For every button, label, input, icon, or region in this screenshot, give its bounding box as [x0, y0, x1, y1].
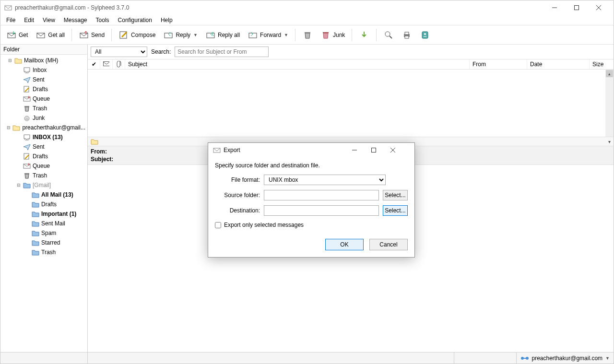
print-button[interactable] [399, 28, 415, 42]
folder-item[interactable]: Junk [0, 113, 87, 123]
scroll-up-icon[interactable]: ▴ [606, 70, 613, 77]
col-subject[interactable]: Subject [125, 59, 470, 69]
col-from[interactable]: From [470, 59, 527, 69]
folder-label: All Mail (13) [41, 191, 73, 198]
folder-label: INBOX (13) [33, 134, 63, 141]
dialog-close-button[interactable] [390, 148, 410, 153]
close-button[interactable] [588, 0, 610, 15]
dialog-minimize-button[interactable] [352, 148, 371, 153]
pathbar-caret-icon[interactable]: ▾ [608, 139, 611, 144]
status-account[interactable]: preacherthakur@gmail.com [532, 355, 603, 362]
reply-all-button[interactable]: Reply all [202, 28, 243, 42]
folder-item[interactable]: All Mail (13) [0, 190, 87, 200]
forward-button[interactable]: Forward▼ [245, 28, 291, 42]
menu-help[interactable]: Help [157, 16, 177, 24]
col-size[interactable]: Size [590, 59, 614, 69]
get-button[interactable]: Get [3, 28, 31, 42]
addressbook-button[interactable] [417, 28, 433, 42]
folder-tree[interactable]: ⊟Mailbox (MH)InboxSentDraftsQueueTrashJu… [0, 55, 87, 352]
next-icon [359, 30, 369, 40]
menu-tools[interactable]: Tools [92, 16, 113, 24]
destination-input[interactable] [264, 205, 379, 216]
folder-item[interactable]: Starred [0, 238, 87, 247]
cancel-button[interactable]: Cancel [369, 239, 408, 250]
dialog-icon [213, 146, 221, 154]
svg-rect-19 [405, 36, 409, 38]
file-format-select[interactable]: UNIX mbox [264, 175, 386, 185]
folder-item[interactable]: Drafts [0, 152, 87, 161]
source-folder-input[interactable] [264, 190, 379, 200]
folder-item[interactable]: Sent Mail [0, 219, 87, 228]
folder-label: Trash [33, 105, 47, 112]
get-all-icon [35, 30, 46, 40]
folder-item[interactable]: Sent [0, 142, 87, 152]
account-caret-icon[interactable]: ▼ [605, 356, 610, 361]
minimize-button[interactable] [543, 0, 566, 15]
svg-rect-31 [104, 62, 110, 66]
menu-file[interactable]: File [2, 16, 19, 24]
export-only-checkbox[interactable] [215, 222, 221, 228]
subject-label: Subject: [91, 155, 113, 163]
window-title: preacherthakur@gmail.com - Sylpheed 3.7.… [15, 4, 543, 11]
online-icon[interactable] [520, 355, 529, 361]
forward-icon [248, 30, 258, 40]
search-label: Search: [151, 48, 171, 55]
from-label: From: [91, 148, 107, 155]
folder-item[interactable]: ⊟[Gmail] [0, 180, 87, 190]
col-date[interactable]: Date [527, 59, 590, 69]
search-button[interactable] [380, 28, 397, 42]
filter-select[interactable]: All [91, 47, 147, 57]
folder-item[interactable]: Drafts [0, 84, 87, 94]
col-mail-icon[interactable] [100, 59, 113, 69]
compose-button[interactable]: Compose [116, 28, 158, 42]
app-icon [4, 4, 12, 12]
junk-button[interactable]: Junk [318, 28, 348, 42]
message-list[interactable]: ▴ [88, 70, 614, 137]
folder-icon [91, 138, 98, 145]
col-attach-icon[interactable] [113, 59, 125, 69]
search-input[interactable] [175, 47, 269, 57]
export-dialog: Export Specify source folder and destina… [208, 142, 415, 258]
send-icon [79, 30, 89, 40]
folder-item[interactable]: Trash [0, 247, 87, 257]
reply-all-icon [205, 30, 216, 40]
folder-label: Queue [33, 163, 50, 169]
get-all-button[interactable]: Get all [33, 28, 68, 42]
destination-select-button[interactable]: Select... [383, 205, 408, 216]
folder-item[interactable]: INBOX (13) [0, 132, 87, 142]
folder-item[interactable]: ⊟preacherthakur@gmail... [0, 123, 87, 132]
dialog-maximize-button[interactable] [371, 148, 390, 153]
folder-item[interactable]: Queue [0, 94, 87, 104]
menu-view[interactable]: View [39, 16, 59, 24]
folder-item[interactable]: Trash [0, 104, 87, 113]
folder-item[interactable]: Drafts [0, 200, 87, 209]
folder-label: Sent Mail [41, 220, 65, 227]
reply-button[interactable]: Reply▼ [160, 28, 201, 42]
folder-item[interactable]: Inbox [0, 65, 87, 75]
folder-item[interactable]: Trash [0, 171, 87, 180]
folder-item[interactable]: Queue [0, 161, 87, 171]
folder-item[interactable]: Sent [0, 75, 87, 84]
sidebar: Folder ⊟Mailbox (MH)InboxSentDraftsQueue… [0, 45, 88, 352]
maximize-button[interactable] [566, 0, 588, 15]
dialog-title: Export [224, 147, 352, 153]
svg-rect-37 [372, 148, 376, 153]
msglist-scrollbar[interactable]: ▴ [605, 70, 614, 137]
send-button[interactable]: Send [76, 28, 107, 42]
menu-edit[interactable]: Edit [20, 16, 38, 24]
folder-label: [Gmail] [33, 182, 51, 188]
folder-label: Spam [41, 230, 56, 236]
ok-button[interactable]: OK [325, 239, 364, 250]
next-unread-button[interactable] [356, 28, 372, 42]
folder-label: preacherthakur@gmail... [22, 124, 85, 131]
dialog-titlebar[interactable]: Export [208, 143, 414, 157]
folder-item[interactable]: Important (1) [0, 209, 87, 219]
delete-button[interactable] [299, 28, 316, 42]
folder-item[interactable]: ⊟Mailbox (MH) [0, 56, 87, 65]
folder-item[interactable]: Spam [0, 228, 87, 238]
source-select-button[interactable]: Select... [383, 190, 408, 200]
menu-configuration[interactable]: Configuration [114, 16, 156, 24]
folder-label: Drafts [33, 153, 48, 160]
menu-message[interactable]: Message [60, 16, 91, 24]
col-check-icon[interactable]: ✔ [88, 59, 100, 69]
